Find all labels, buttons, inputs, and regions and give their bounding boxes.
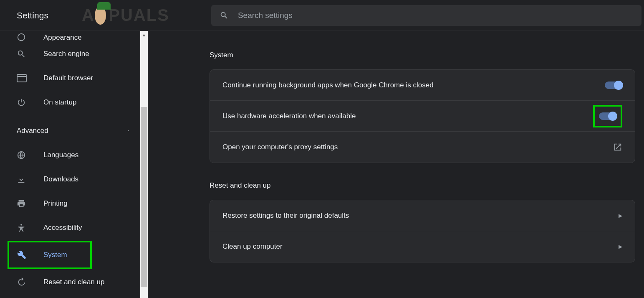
- restore-icon: [17, 278, 43, 287]
- sidebar-item-reset[interactable]: Reset and clean up: [0, 270, 148, 294]
- open-external-icon: [613, 143, 622, 152]
- search-input[interactable]: [238, 11, 633, 20]
- row-label: Use hardware acceleration when available: [222, 112, 356, 120]
- row-label: Continue running background apps when Go…: [222, 81, 434, 89]
- sidebar: Appearance Search engine Default browser…: [0, 31, 148, 298]
- search-icon: [220, 11, 229, 20]
- scroll-up-arrow-icon[interactable]: ▲: [140, 31, 148, 38]
- body: Appearance Search engine Default browser…: [0, 31, 644, 298]
- palette-icon: [17, 33, 43, 42]
- toggle-background-apps[interactable]: [605, 82, 622, 89]
- row-label: Restore settings to their original defau…: [222, 211, 349, 220]
- search-box[interactable]: [211, 5, 641, 26]
- sidebar-item-downloads[interactable]: Downloads: [0, 167, 148, 191]
- search-container: [211, 5, 641, 26]
- svg-point-4: [20, 224, 22, 226]
- sidebar-item-appearance[interactable]: Appearance: [0, 32, 148, 42]
- sidebar-item-label: Printing: [43, 199, 68, 208]
- appuals-logo: APUALS: [82, 5, 169, 26]
- wrench-icon: [17, 250, 43, 260]
- sidebar-item-label: System: [43, 251, 67, 259]
- sidebar-item-printing[interactable]: Printing: [0, 191, 148, 216]
- sidebar-item-accessibility[interactable]: Accessibility: [0, 216, 148, 240]
- main-content: System Continue running background apps …: [148, 31, 644, 298]
- sidebar-item-label: Default browser: [43, 74, 93, 82]
- sidebar-scrollbar[interactable]: ▲: [140, 31, 148, 298]
- row-hardware-acceleration[interactable]: Use hardware acceleration when available: [210, 101, 635, 132]
- section-title-reset: Reset and clean up: [210, 181, 635, 190]
- sidebar-item-default-browser[interactable]: Default browser: [0, 66, 148, 90]
- section-title-system: System: [210, 51, 635, 59]
- sidebar-item-on-startup[interactable]: On startup: [0, 90, 148, 115]
- reset-card: Restore settings to their original defau…: [210, 200, 635, 262]
- download-icon: [17, 175, 43, 184]
- row-proxy-settings[interactable]: Open your computer's proxy settings: [210, 132, 635, 163]
- scrollbar-thumb[interactable]: [141, 107, 147, 287]
- svg-rect-1: [17, 74, 26, 82]
- advanced-label: Advanced: [17, 127, 48, 135]
- app-header: Settings APUALS: [0, 0, 644, 31]
- row-restore-defaults[interactable]: Restore settings to their original defau…: [210, 200, 635, 231]
- page-title: Settings: [17, 10, 48, 20]
- highlight-hw-toggle: [593, 105, 622, 127]
- row-clean-up[interactable]: Clean up computer ▶: [210, 231, 635, 262]
- sidebar-item-label: Search engine: [43, 50, 89, 58]
- print-icon: [17, 199, 43, 208]
- sidebar-item-label: Accessibility: [43, 224, 82, 232]
- system-card: Continue running background apps when Go…: [210, 69, 635, 163]
- row-background-apps[interactable]: Continue running background apps when Go…: [210, 70, 635, 101]
- row-label: Open your computer's proxy settings: [222, 143, 338, 151]
- sidebar-item-label: Appearance: [43, 33, 82, 42]
- chevron-right-icon: ▶: [619, 213, 622, 219]
- globe-icon: [17, 150, 43, 160]
- svg-point-0: [18, 34, 25, 41]
- row-label: Clean up computer: [222, 242, 283, 251]
- sidebar-item-search-engine[interactable]: Search engine: [0, 42, 148, 66]
- sidebar-item-label: Languages: [43, 151, 78, 159]
- sidebar-item-label: On startup: [43, 98, 76, 107]
- sidebar-item-languages[interactable]: Languages: [0, 143, 148, 167]
- sidebar-advanced-header[interactable]: Advanced: [0, 119, 148, 143]
- search-icon: [17, 49, 43, 59]
- browser-icon: [17, 74, 43, 82]
- chevron-right-icon: ▶: [619, 244, 622, 250]
- sidebar-item-label: Downloads: [43, 175, 78, 183]
- sidebar-item-label: Reset and clean up: [43, 278, 105, 286]
- power-icon: [17, 98, 43, 107]
- sidebar-item-system[interactable]: System: [9, 242, 90, 267]
- chevron-up-icon: [126, 128, 131, 133]
- accessibility-icon: [17, 223, 43, 232]
- highlight-system: System: [8, 241, 92, 269]
- toggle-hardware-acceleration[interactable]: [599, 112, 616, 120]
